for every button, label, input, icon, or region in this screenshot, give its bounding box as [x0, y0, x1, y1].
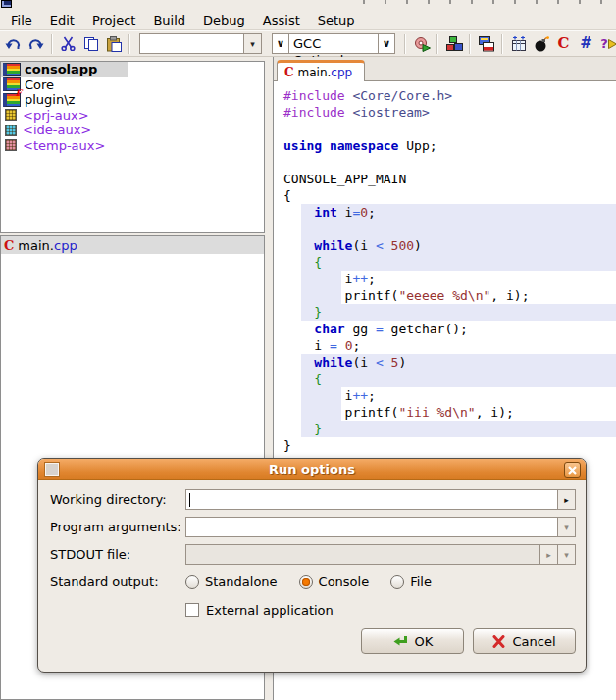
code-line: char gg = getchar(); [274, 321, 616, 337]
package-item[interactable]: consolapp [1, 62, 128, 77]
window-icon [1, 0, 12, 8]
code-line: using namespace Upp; [274, 137, 616, 154]
expand-right-button[interactable]: ▸ [558, 489, 576, 510]
program-arguments-input[interactable] [185, 517, 558, 537]
file-item-main-cpp[interactable]: Cmain.cpp [1, 236, 264, 254]
code-line: i++; [274, 387, 616, 404]
working-directory-label: Working directory: [50, 492, 185, 507]
code-line: i++; [274, 271, 616, 287]
package-label: <prj-aux> [23, 108, 89, 123]
menu-item-setup[interactable]: Setup [309, 12, 364, 28]
working-directory-input[interactable] [185, 489, 558, 510]
toolbar-separator [51, 34, 53, 54]
window-title-clipped [363, 0, 604, 4]
build-method-value[interactable]: GCC Optimal [288, 33, 379, 54]
package-item[interactable]: <ide-aux> [1, 123, 264, 138]
package-label: plugin\z [25, 92, 75, 107]
dialog-titlebar[interactable]: Run options [38, 459, 586, 480]
output-mode-button[interactable] [475, 32, 497, 56]
program-arguments-row: Program arguments: ▾ [50, 517, 576, 537]
menu-item-debug[interactable]: Debug [194, 12, 254, 28]
dropdown-arrow-button[interactable]: ▾ [558, 517, 576, 537]
toolbar-separator [436, 34, 438, 54]
run-options-dialog: Run options Working directory: ▸ Program… [37, 458, 587, 673]
window-chrome: FileEditProjectBuildDebugAssistSetup [0, 0, 616, 57]
output-mode-icon [478, 36, 494, 52]
package-item[interactable]: <prj-aux> [1, 108, 264, 124]
code-line: printf("eeeee %d\n", i); [274, 287, 616, 304]
menu-item-file[interactable]: File [2, 12, 41, 28]
column-divider[interactable] [128, 62, 128, 161]
menu-item-assist[interactable]: Assist [254, 12, 309, 28]
cpp-file-icon: C [284, 67, 294, 78]
cancel-button[interactable]: Cancel [473, 628, 576, 654]
package-list: consolappCoreFplugin\z<prj-aux><ide-aux>… [0, 61, 265, 233]
paste-button[interactable] [102, 32, 125, 56]
redo-button[interactable] [25, 32, 47, 56]
external-application-checkbox[interactable] [185, 603, 199, 617]
radio-option-standalone[interactable]: Standalone [185, 575, 278, 589]
radio-group: StandaloneConsoleFile [185, 575, 453, 589]
code-line: i = 0; [274, 337, 616, 354]
menu-item-project[interactable]: Project [83, 12, 144, 28]
insert-wizard-button[interactable] [507, 32, 530, 56]
close-button[interactable] [564, 462, 581, 478]
tab-label-ext: cpp [331, 66, 352, 79]
package-icon: F [3, 93, 21, 107]
cut-button[interactable] [57, 32, 79, 56]
code-line: CONSOLE_APP_MAIN [274, 171, 616, 187]
dropdown-arrow-button: ▾ [558, 544, 576, 565]
insert-wizard-icon [510, 36, 527, 52]
radio-option-console[interactable]: Console [299, 575, 370, 589]
code-line: while(i < 5) [274, 354, 616, 371]
ok-button[interactable]: OK [361, 628, 464, 654]
undo-button[interactable] [2, 32, 25, 56]
recompile-button[interactable]: C [552, 32, 575, 56]
menu-item-build[interactable]: Build [144, 12, 194, 28]
tab-label-base: main. [298, 66, 332, 79]
copy-icon [83, 36, 99, 52]
package-item[interactable]: Core [1, 77, 264, 93]
debug-icon [445, 36, 463, 52]
tab-main-cpp[interactable]: C main.cpp [277, 60, 365, 81]
find-dropdown-arrow-icon[interactable]: ▾ [244, 33, 262, 54]
plugin-flag-icon: F [16, 89, 22, 98]
find-input[interactable] [139, 33, 244, 54]
find-combo[interactable]: ▾ [139, 33, 262, 54]
build-method-combo[interactable]: ∨ GCC Optimal ∨ [272, 33, 395, 54]
package-item[interactable]: <temp-aux> [1, 138, 264, 154]
ok-return-icon [392, 635, 408, 648]
file-name-base: main. [18, 238, 54, 253]
radio-icon [390, 575, 404, 589]
menu-item-edit[interactable]: Edit [41, 12, 83, 28]
package-label: <ide-aux> [23, 123, 91, 137]
preprocess-button[interactable]: # [575, 32, 597, 56]
package-list-rows: consolappCoreFplugin\z<prj-aux><ide-aux>… [1, 62, 264, 153]
toolbar: ▾ ∨ GCC Optimal ∨ [0, 29, 616, 57]
radio-option-file[interactable]: File [390, 575, 432, 589]
debug-button[interactable] [442, 32, 465, 56]
radio-label: Standalone [205, 575, 278, 589]
external-application-row: External application [185, 602, 576, 618]
code-line: int i=0; [274, 204, 616, 221]
cut-icon [61, 36, 76, 51]
radio-label: File [410, 575, 432, 589]
copy-button[interactable] [79, 32, 102, 56]
aux-yellow-grid-icon [5, 109, 17, 121]
toolbar-separator [128, 34, 130, 54]
standard-output-label: Standard output: [50, 575, 185, 589]
chevron-down-icon[interactable]: ∨ [379, 33, 395, 54]
assist-button[interactable]: ? [597, 32, 616, 56]
chevron-down-icon[interactable]: ∨ [272, 33, 288, 54]
package-label: Core [25, 77, 54, 92]
bomb-button[interactable] [530, 32, 552, 56]
menu-bar: FileEditProjectBuildDebugAssistSetup [0, 10, 616, 29]
run-button[interactable] [410, 32, 433, 56]
code-line: printf("iii %d\n", i); [274, 404, 616, 421]
code-line [274, 121, 616, 137]
file-list-rows: Cmain.cpp [1, 236, 264, 254]
redo-icon [27, 37, 44, 51]
package-item[interactable]: Fplugin\z [1, 92, 264, 108]
toolbar-separator [404, 34, 406, 54]
toolbar-separator [501, 34, 503, 54]
